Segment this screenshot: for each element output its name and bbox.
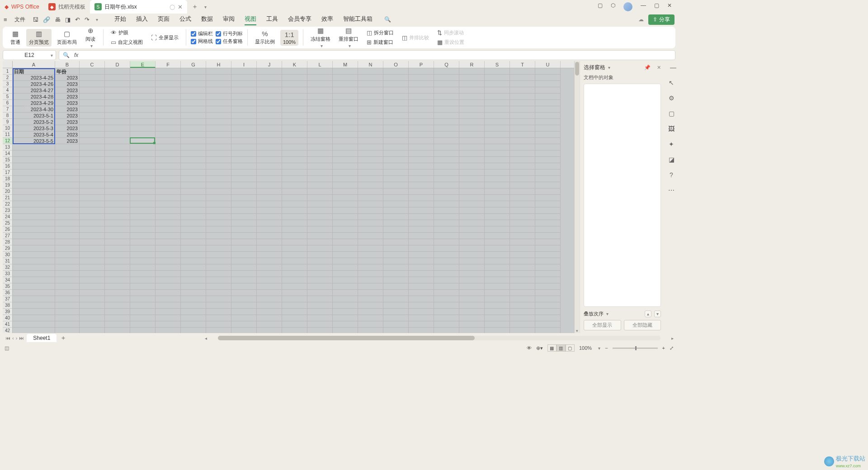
file-menu[interactable]: 文件 <box>12 15 28 24</box>
cell[interactable] <box>409 176 434 182</box>
cell[interactable] <box>80 138 105 144</box>
cell[interactable] <box>535 100 561 106</box>
cell[interactable] <box>80 157 105 163</box>
cell[interactable] <box>13 195 55 201</box>
cell[interactable] <box>535 302 561 309</box>
cell[interactable] <box>80 163 105 169</box>
cell[interactable] <box>535 214 561 220</box>
redo-icon[interactable]: ↷ <box>85 16 90 23</box>
cell[interactable] <box>206 81 231 87</box>
cell[interactable] <box>282 258 307 264</box>
cell[interactable]: 2023 <box>55 81 80 87</box>
cell[interactable] <box>206 283 231 290</box>
cell[interactable] <box>105 321 130 328</box>
cell[interactable] <box>307 271 333 277</box>
tab-menu-icon[interactable]: ▾ <box>204 5 207 9</box>
cell[interactable] <box>282 182 307 188</box>
cell[interactable] <box>409 214 434 220</box>
cell[interactable] <box>459 182 485 188</box>
cell[interactable] <box>383 125 409 132</box>
cell[interactable] <box>55 258 80 264</box>
cell[interactable] <box>333 328 358 333</box>
cell[interactable] <box>409 119 434 125</box>
sheet-tab[interactable]: Sheet1 <box>27 334 57 342</box>
cell[interactable] <box>510 277 535 283</box>
cell[interactable] <box>282 264 307 271</box>
cell[interactable] <box>55 207 80 214</box>
cell[interactable] <box>13 150 55 157</box>
cell[interactable] <box>485 302 510 309</box>
cell[interactable] <box>206 163 231 169</box>
cell[interactable] <box>409 125 434 132</box>
cell[interactable] <box>434 252 459 258</box>
cell[interactable] <box>156 226 181 233</box>
cell[interactable] <box>333 176 358 182</box>
cell[interactable] <box>13 163 55 169</box>
cell[interactable] <box>105 201 130 207</box>
cell[interactable] <box>231 239 257 245</box>
cell[interactable]: 2023 <box>55 113 80 119</box>
cell[interactable] <box>510 252 535 258</box>
cell[interactable] <box>156 214 181 220</box>
cell[interactable] <box>130 258 156 264</box>
cell[interactable] <box>459 207 485 214</box>
cell[interactable] <box>434 195 459 201</box>
cell[interactable] <box>459 195 485 201</box>
row-header[interactable]: 42 <box>3 328 13 333</box>
cell[interactable] <box>105 138 130 144</box>
cell[interactable] <box>459 144 485 150</box>
cell[interactable] <box>105 195 130 201</box>
cell[interactable] <box>231 290 257 296</box>
cell[interactable] <box>156 163 181 169</box>
menu-tab-8[interactable]: 会员专享 <box>288 14 311 25</box>
cell[interactable] <box>206 138 231 144</box>
cell[interactable] <box>156 157 181 163</box>
cell[interactable] <box>358 290 383 296</box>
cell[interactable] <box>459 290 485 296</box>
cell[interactable] <box>13 188 55 195</box>
cell[interactable] <box>409 277 434 283</box>
cell[interactable] <box>55 188 80 195</box>
cell[interactable] <box>80 315 105 321</box>
cell[interactable] <box>156 150 181 157</box>
cell[interactable] <box>55 245 80 252</box>
cell[interactable] <box>257 283 282 290</box>
chevron-down-icon[interactable]: ▾ <box>51 53 53 58</box>
cell[interactable]: 2023-5-2 <box>13 119 55 125</box>
cell[interactable] <box>80 182 105 188</box>
cell[interactable] <box>257 132 282 138</box>
cell[interactable] <box>383 233 409 239</box>
cell[interactable] <box>383 157 409 163</box>
cell[interactable] <box>409 328 434 333</box>
cell[interactable] <box>231 106 257 113</box>
cell[interactable] <box>181 113 206 119</box>
cell[interactable] <box>130 195 156 201</box>
cell[interactable] <box>231 94 257 100</box>
cell[interactable] <box>181 87 206 94</box>
cell[interactable] <box>485 195 510 201</box>
cell[interactable] <box>434 296 459 302</box>
col-header-R[interactable]: R <box>459 61 485 68</box>
cell[interactable] <box>510 68 535 75</box>
cell[interactable] <box>434 214 459 220</box>
cell[interactable] <box>130 201 156 207</box>
cell[interactable] <box>409 283 434 290</box>
row-header[interactable]: 14 <box>3 150 13 157</box>
settings-icon[interactable]: ⚙ <box>669 94 675 102</box>
cell[interactable] <box>307 220 333 226</box>
cell[interactable] <box>80 226 105 233</box>
cell[interactable] <box>383 138 409 144</box>
cell[interactable] <box>181 195 206 201</box>
cell[interactable] <box>156 188 181 195</box>
cell[interactable] <box>358 226 383 233</box>
cell[interactable] <box>510 87 535 94</box>
cell[interactable] <box>80 233 105 239</box>
maximize-icon[interactable]: ▢ <box>654 2 659 11</box>
cell[interactable] <box>383 252 409 258</box>
cell[interactable] <box>485 169 510 176</box>
row-header[interactable]: 9 <box>3 119 13 125</box>
cell[interactable] <box>105 113 130 119</box>
cell[interactable] <box>434 264 459 271</box>
cell[interactable] <box>434 144 459 150</box>
cell[interactable] <box>105 302 130 309</box>
